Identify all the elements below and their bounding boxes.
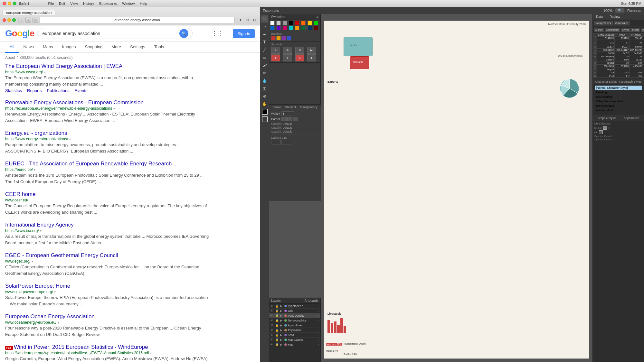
- style-heading[interactable]: Heading: [595, 90, 642, 95]
- general-dropdown[interactable]: Gaenral ▾: [614, 21, 630, 25]
- sign-in-button[interactable]: Sign in: [233, 29, 255, 38]
- symbol-item[interactable]: ●: [283, 54, 292, 61]
- result-link[interactable]: Reports: [27, 88, 42, 93]
- delete-button[interactable]: Delete: [641, 28, 644, 32]
- para-styles-tab[interactable]: Paragraph Styles: [619, 80, 641, 83]
- stroke-tab[interactable]: Stroke: [272, 106, 281, 109]
- result-title[interactable]: Wind in Power: 2015 European Statistics …: [14, 344, 148, 350]
- transparency-tab[interactable]: Transparency: [300, 106, 317, 109]
- swatch-black[interactable]: [289, 21, 293, 25]
- layer-toggle[interactable]: ○: [317, 319, 319, 322]
- layer-map[interactable]: 👁 🔒 ▶ Map ○: [269, 342, 320, 347]
- merge-button[interactable]: Merge: [594, 28, 604, 32]
- layer-toggle[interactable]: ○: [317, 324, 319, 327]
- layer-toggle[interactable]: ○: [317, 305, 319, 308]
- char-styles-tab[interactable]: Character Styles: [595, 80, 617, 83]
- search-input[interactable]: [42, 31, 179, 36]
- tab-shopping[interactable]: Shopping: [80, 42, 107, 53]
- tab-more[interactable]: More: [107, 42, 126, 53]
- result-title[interactable]: European Ocean Energy Association: [5, 313, 95, 320]
- eyedropper-tool[interactable]: 💧: [261, 77, 268, 84]
- brush-amber[interactable]: [276, 36, 281, 41]
- swatches-menu[interactable]: ≡: [317, 15, 318, 19]
- layer-toggle[interactable]: ○: [317, 343, 319, 346]
- wrap-text-dropdown[interactable]: Wrap Text ▾: [594, 21, 613, 25]
- tab-images[interactable]: Images: [58, 42, 80, 53]
- result-title[interactable]: SolarPower Europe: Home: [5, 283, 70, 289]
- layer-pop-density[interactable]: 👁 🔒 ▶ Pop. Density ○: [269, 313, 320, 318]
- tab-news[interactable]: News: [19, 42, 38, 53]
- stroke-color[interactable]: [262, 116, 268, 122]
- symbol-item[interactable]: ★: [295, 54, 304, 61]
- pencil-tool[interactable]: ✏: [261, 70, 268, 77]
- review-tab[interactable]: Review: [606, 14, 623, 20]
- swatch-yellow[interactable]: [308, 21, 312, 25]
- essentials-label[interactable]: Essentials: [263, 9, 279, 13]
- fill-color[interactable]: [262, 109, 268, 115]
- layer-toggle[interactable]: ○: [317, 339, 319, 341]
- layer-typefaces[interactable]: 👁 🔒 ▶ Typefaces a... ○: [269, 304, 320, 309]
- zoom-tool[interactable]: ⊕: [261, 93, 268, 100]
- menu-edit[interactable]: Edit: [59, 2, 65, 5]
- swatch-pink[interactable]: [283, 26, 287, 30]
- swatch-dblue[interactable]: [308, 26, 312, 30]
- result-title[interactable]: EGEC - European Geothermal Energy Counci…: [5, 252, 118, 258]
- search-btn[interactable]: 🔍: [615, 8, 625, 13]
- tab-all[interactable]: All: [5, 42, 19, 53]
- result-title[interactable]: EUREC - The Association of European Rene…: [5, 161, 178, 167]
- swatch-dgray[interactable]: [283, 21, 287, 25]
- corner-miter[interactable]: [281, 117, 287, 121]
- corner-bevel[interactable]: [293, 117, 298, 121]
- symbol-item[interactable]: ■: [271, 54, 280, 61]
- forward-button[interactable]: ›: [25, 17, 31, 23]
- tab-maps[interactable]: Maps: [38, 42, 58, 53]
- paintbrush-tool[interactable]: 🖌: [261, 62, 268, 69]
- swatch-green[interactable]: [314, 21, 318, 25]
- swatch-amber[interactable]: [295, 26, 299, 30]
- symbol-item[interactable]: ◆: [307, 54, 316, 61]
- gradient-tool[interactable]: ◫: [261, 85, 268, 92]
- style-normal[interactable]: [Normal Character Style]: [595, 86, 642, 90]
- style-subheading[interactable]: Sub-heading: [595, 95, 642, 99]
- layer-toggle[interactable]: ○: [317, 334, 319, 337]
- dash-input-1[interactable]: [271, 140, 281, 144]
- swatch-red[interactable]: [295, 21, 299, 25]
- layer-grid[interactable]: 👁 🔒 ▶ Grid ○: [269, 309, 320, 313]
- graphic-styles-tab[interactable]: Graphic Styles: [597, 116, 616, 120]
- close-button[interactable]: [3, 18, 6, 22]
- brush-red[interactable]: [271, 36, 276, 41]
- menu-file[interactable]: File: [48, 2, 54, 5]
- pen-tool[interactable]: ✒: [261, 31, 268, 38]
- settings-icon[interactable]: ⚙: [251, 17, 257, 23]
- result-title[interactable]: International Energy Agency: [5, 222, 74, 228]
- swatch-darkred[interactable]: [314, 26, 318, 30]
- tab-settings[interactable]: Settings: [126, 42, 150, 53]
- weight-input[interactable]: [281, 111, 294, 116]
- menu-help[interactable]: Help: [140, 2, 147, 5]
- style-romania-data[interactable]: Romania data: [595, 104, 642, 108]
- direct-select-tool[interactable]: ↗: [261, 23, 268, 30]
- styles-button[interactable]: Styles: [621, 28, 630, 32]
- result-link[interactable]: Statistics: [5, 88, 22, 93]
- result-link[interactable]: Publications: [47, 88, 70, 93]
- swatch-cyan[interactable]: [289, 26, 293, 30]
- symbol-item[interactable]: A: [271, 47, 280, 54]
- data-tab[interactable]: Data: [593, 14, 606, 20]
- layer-toggle[interactable]: ○: [317, 310, 319, 312]
- layer-toggle[interactable]: ○: [317, 329, 319, 332]
- result-title[interactable]: CEER home: [5, 191, 35, 197]
- corner-round[interactable]: [287, 117, 292, 121]
- address-bar[interactable]: european energy association: [40, 17, 235, 23]
- menu-history[interactable]: History: [83, 2, 94, 5]
- insert-button[interactable]: Insert: [631, 28, 640, 32]
- hand-tool[interactable]: ✋: [261, 100, 268, 107]
- swatch-dgreen[interactable]: [301, 26, 306, 30]
- swatch-purple[interactable]: [276, 26, 281, 30]
- result-title[interactable]: Renewable Energy Associations - European…: [5, 99, 144, 106]
- symbol-item[interactable]: ⊕: [283, 47, 292, 54]
- layer-population[interactable]: 👁 🔒 ▶ Population ○: [269, 328, 320, 333]
- style-additional-info[interactable]: Additional Info: [595, 108, 642, 113]
- reload-icon[interactable]: ↻: [244, 17, 250, 23]
- symbol-item[interactable]: ▶: [307, 47, 316, 54]
- result-title[interactable]: The European Wind Energy Association | E…: [5, 63, 122, 69]
